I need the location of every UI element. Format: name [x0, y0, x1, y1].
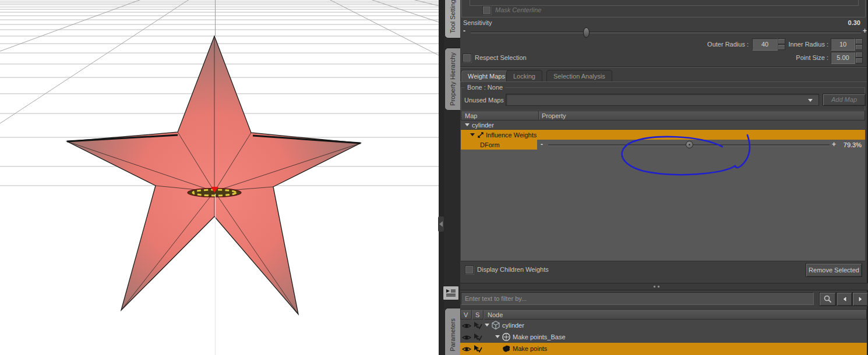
map-table-body[interactable] — [461, 150, 865, 261]
selectable-column-header[interactable]: S — [475, 311, 479, 318]
dock-tab-property-hierarchy-label: Property Hierarchy — [449, 52, 456, 106]
respect-selection-checkbox[interactable] — [463, 54, 471, 62]
expand-triangle-icon[interactable] — [465, 123, 470, 126]
filter-input[interactable] — [461, 292, 814, 305]
tab-weight-maps[interactable]: Weight Maps — [461, 70, 512, 82]
node-column-header[interactable]: Node — [488, 311, 503, 318]
map-row-influence-weights[interactable]: Influence Weights — [461, 130, 865, 140]
expand-triangle-icon[interactable] — [485, 324, 489, 326]
tab-locking[interactable]: Locking — [506, 70, 542, 82]
arrow-left-icon — [841, 295, 849, 303]
handle-center-dot — [689, 144, 690, 145]
dform-plus-button[interactable]: + — [832, 140, 836, 148]
tab-locking-label: Locking — [513, 73, 535, 80]
node-name: Make points_Base — [513, 333, 566, 340]
mask-centerline-checkbox[interactable] — [482, 6, 491, 15]
tab-selection-analysis-label: Selection Analysis — [553, 73, 605, 80]
sensitivity-minus-button[interactable]: - — [463, 27, 465, 35]
remove-selected-button[interactable]: Remove Selected — [806, 263, 862, 277]
viewport-scene — [0, 0, 439, 355]
dock-tab-parameters-label: Parameters — [449, 318, 456, 352]
filter-search-button[interactable] — [819, 292, 836, 306]
dock-tab-parameters[interactable]: Parameters — [444, 308, 460, 355]
add-map-button[interactable]: Add Map — [823, 94, 866, 106]
pane-menu-icon — [445, 288, 457, 298]
dock-collapse-handle[interactable] — [438, 216, 444, 232]
visibility-eye-icon[interactable] — [462, 346, 471, 353]
expand-triangle-icon[interactable] — [495, 335, 500, 338]
visibility-eye-icon[interactable] — [462, 322, 471, 329]
selectable-cursor-icon[interactable] — [473, 321, 482, 329]
unused-maps-label: Unused Maps : — [464, 97, 507, 104]
dock-splitter-edge[interactable] — [439, 0, 444, 355]
map-row-influence-weights-label: Influence Weights — [486, 132, 537, 139]
dform-minus-button[interactable]: - — [541, 140, 543, 148]
point-size-spinner[interactable] — [855, 52, 863, 64]
application-window: Tool Settings Property Hierarchy Paramet… — [0, 0, 868, 355]
dform-slider-handle[interactable] — [686, 141, 693, 148]
arrow-right-icon — [856, 295, 865, 303]
bone-groupbox-label: Bone : None — [465, 84, 505, 91]
node-name: Make points — [513, 345, 547, 352]
tab-weight-maps-label: Weight Maps — [468, 73, 505, 80]
section-divider-highlight — [460, 67, 867, 68]
groupbox-inner-top — [470, 0, 859, 6]
map-table-header: Map Property — [461, 111, 865, 120]
tab-selection-analysis[interactable]: Selection Analysis — [546, 70, 612, 82]
map-row-dform[interactable]: DForm - + 79.3% — [461, 140, 865, 150]
display-children-weights-checkbox[interactable] — [465, 265, 474, 274]
3d-viewport[interactable] — [0, 0, 439, 355]
outer-radius-input[interactable]: 40 — [752, 38, 778, 51]
star-mesh[interactable] — [67, 36, 361, 314]
column-divider — [471, 310, 472, 320]
inner-radius-spinner[interactable] — [855, 38, 863, 51]
point-size-input[interactable]: 5.00 — [831, 52, 855, 64]
unused-maps-dropdown[interactable] — [506, 94, 819, 106]
node-table-header: V S Node — [460, 309, 867, 320]
respect-selection-label: Respect Selection — [475, 54, 527, 61]
property-column-header[interactable]: Property — [542, 112, 566, 119]
map-row-cylinder-label: cylinder — [472, 122, 494, 129]
filter-prev-button[interactable] — [837, 292, 852, 306]
visibility-column-header[interactable]: V — [464, 311, 468, 318]
point-size-label: Point Size : — [786, 54, 828, 61]
expand-triangle-icon[interactable] — [470, 133, 475, 136]
selectable-cursor-icon[interactable] — [473, 333, 482, 341]
selectable-cursor-icon[interactable] — [473, 345, 482, 353]
map-row-cylinder[interactable]: cylinder — [461, 120, 865, 130]
dock-tab-tool-settings[interactable]: Tool Settings — [444, 0, 460, 38]
dock-tab-tool-settings-label: Tool Settings — [449, 0, 456, 33]
dform-label: DForm — [480, 141, 500, 148]
search-icon — [823, 294, 832, 304]
collapse-arrow-icon — [439, 221, 443, 227]
dformer-base-node-icon — [502, 332, 511, 342]
dock-tab-strip: Tool Settings Property Hierarchy Paramet… — [444, 0, 460, 355]
filter-next-button[interactable] — [852, 292, 868, 306]
pane-options-button[interactable] — [443, 286, 459, 300]
node-row-make-points-base[interactable]: Make points_Base — [460, 331, 867, 343]
sensitivity-value: 0.30 — [827, 19, 860, 26]
pane-splitter[interactable] — [460, 283, 868, 290]
column-divider[interactable] — [538, 111, 539, 120]
cube-node-icon — [491, 321, 500, 330]
outer-radius-spinner[interactable] — [778, 38, 785, 51]
outer-radius-label: Outer Radius : — [687, 41, 749, 48]
sensitivity-slider-track[interactable] — [471, 31, 861, 33]
column-divider — [483, 310, 484, 320]
visibility-eye-icon[interactable] — [462, 334, 471, 341]
sensitivity-label: Sensitivity — [463, 19, 492, 26]
dform-value: 79.3% — [838, 141, 862, 148]
sensitivity-plus-button[interactable]: + — [863, 27, 867, 35]
inner-radius-label: Inner Radius : — [786, 41, 828, 48]
node-name: cylinder — [502, 322, 524, 329]
dropdown-arrow-icon — [808, 99, 813, 102]
map-column-header[interactable]: Map — [465, 112, 477, 119]
display-children-weights-label: Display Children Weights — [477, 266, 549, 273]
node-row-cylinder[interactable]: cylinder — [460, 320, 867, 332]
tabbar-baseline — [460, 81, 867, 82]
weight-map-icon — [477, 132, 484, 139]
node-row-make-points[interactable]: Make points — [460, 343, 867, 355]
dock-tab-property-hierarchy[interactable]: Property Hierarchy — [444, 48, 460, 111]
sensitivity-slider-handle[interactable] — [583, 27, 590, 38]
inner-radius-input[interactable]: 10 — [831, 38, 855, 51]
